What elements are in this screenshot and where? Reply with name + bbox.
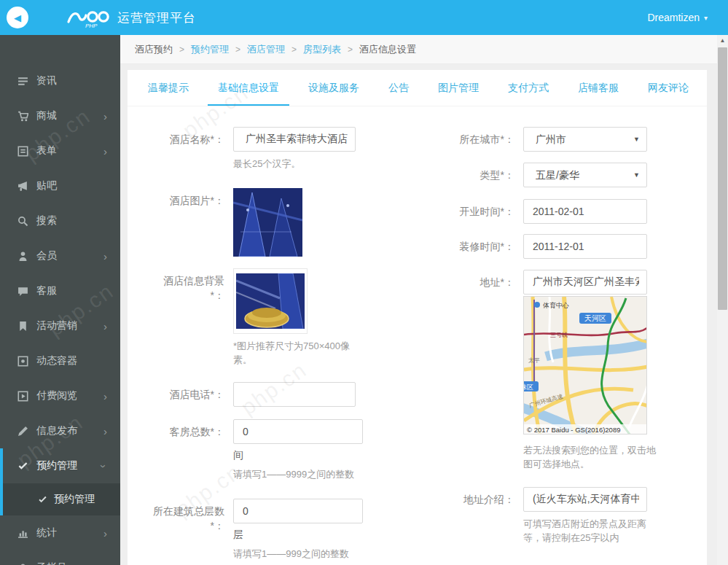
- bookmark-icon: [17, 321, 28, 332]
- list-icon: [17, 76, 28, 87]
- hotel-name-label: 酒店名称*：: [135, 127, 233, 171]
- sidebar-subitem-label: 预约管理: [54, 493, 95, 506]
- scrollbar-up-button[interactable]: ▲: [717, 35, 728, 46]
- sidebar-item-label: 统计: [36, 526, 57, 539]
- tab-comments[interactable]: 网友评论: [638, 70, 699, 106]
- sidebar-item-label: 子帐号: [36, 561, 67, 565]
- sidebar-item-stats[interactable]: 统计 ›: [0, 515, 120, 550]
- member-icon: [17, 251, 28, 262]
- tab-facilities[interactable]: 设施及服务: [298, 70, 369, 106]
- sidebar-item-label: 信息发布: [36, 424, 77, 437]
- hotel-bg-thumbnail[interactable]: [236, 273, 305, 329]
- field-phone: 酒店电话*：: [135, 382, 419, 407]
- rooms-label: 客房总数*：: [135, 419, 233, 481]
- pencil-icon: [17, 426, 28, 437]
- phone-input[interactable]: [233, 382, 356, 407]
- sidebar-item-paid-reading[interactable]: 付费阅览 ›: [0, 378, 120, 413]
- breadcrumb-separator: >: [291, 44, 297, 55]
- sidebar-item-label: 预约管理: [36, 459, 77, 472]
- caret-down-icon: ▼: [633, 128, 640, 151]
- field-hotel-name: 酒店名称*： 最长25个汉字。: [135, 127, 419, 171]
- hotel-name-hint: 最长25个汉字。: [233, 157, 356, 171]
- chevron-right-icon: ›: [103, 251, 107, 262]
- hotel-photo-thumbnail[interactable]: [233, 188, 302, 257]
- sidebar-item-label: 动态容器: [36, 354, 77, 367]
- breadcrumb: 酒店预约 > 预约管理 > 酒店管理 > 房型列表 > 酒店信息设置: [120, 35, 717, 64]
- tab-payment[interactable]: 支付方式: [498, 70, 559, 106]
- type-value: 五星/豪华: [536, 169, 579, 181]
- address-input[interactable]: [523, 270, 647, 295]
- tab-basic-info[interactable]: 基础信息设置: [208, 70, 289, 106]
- sidebar-item-label: 活动营销: [36, 319, 77, 332]
- floors-input[interactable]: [233, 499, 363, 523]
- field-renovation-date: 装修时间*：: [419, 234, 703, 259]
- scroll-up-icon: ▲: [720, 37, 726, 44]
- hotel-bg-label: 酒店信息背景*：: [135, 268, 233, 367]
- sidebar-item-container[interactable]: 动态容器: [0, 343, 120, 378]
- sidebar-item-label: 会员: [36, 249, 57, 262]
- tab-announcement[interactable]: 公告: [378, 70, 419, 106]
- map-label-poi: 体育中心: [543, 302, 569, 309]
- renovation-date-input[interactable]: [523, 234, 647, 259]
- address-intro-label: 地址介绍：: [419, 487, 523, 545]
- type-select[interactable]: 五星/豪华 ▼: [523, 163, 647, 187]
- sidebar-item-service[interactable]: 客服: [0, 273, 120, 308]
- logo-caption: PHP: [85, 23, 98, 29]
- sidebar-item-tieba[interactable]: 贴吧: [0, 168, 120, 203]
- breadcrumb-item[interactable]: 酒店管理: [247, 43, 285, 56]
- sidebar-item-news[interactable]: 资讯: [0, 63, 120, 98]
- breadcrumb-separator: >: [235, 44, 240, 55]
- user-menu[interactable]: Dreamtizen ▾: [647, 0, 708, 35]
- chevron-right-icon: ›: [103, 528, 107, 539]
- address-intro-input[interactable]: [523, 487, 647, 512]
- sidebar-item-subaccount[interactable]: 子帐号: [0, 550, 120, 565]
- hotel-name-input[interactable]: [233, 127, 356, 152]
- check-icon: [17, 461, 28, 472]
- sidebar-item-label: 商城: [36, 109, 57, 122]
- field-address: 地址*：: [419, 270, 703, 471]
- sidebar-subitem-booking[interactable]: 预约管理: [3, 483, 120, 515]
- map-note: 若无法搜索到您的位置，双击地图可选择地点。: [523, 443, 662, 471]
- map-label-left-badge: 珠区: [524, 383, 533, 391]
- sidebar-item-members[interactable]: 会员 ›: [0, 238, 120, 273]
- sidebar-item-booking[interactable]: 预约管理 ›: [3, 448, 120, 483]
- bar-chart-icon: [17, 528, 28, 539]
- sidebar-item-label: 贴吧: [36, 179, 57, 192]
- tabs-bar: 温馨提示 基础信息设置 设施及服务 公告 图片管理 支付方式 店铺客服 网友评论: [128, 70, 707, 106]
- map-label-area: 太平: [528, 357, 540, 364]
- chevron-right-icon: ›: [103, 426, 107, 437]
- scrollbar-thumb[interactable]: [718, 47, 727, 310]
- breadcrumb-item[interactable]: 预约管理: [191, 43, 229, 56]
- city-select[interactable]: 广州市 ▼: [523, 127, 647, 152]
- renovation-date-label: 装修时间*：: [419, 234, 523, 259]
- hotel-image-label: 酒店图片*：: [135, 188, 233, 257]
- sidebar-item-mall[interactable]: 商城 ›: [0, 98, 120, 133]
- sidebar-item-publishing[interactable]: 信息发布 ›: [0, 413, 120, 448]
- field-open-date: 开业时间*：: [419, 199, 703, 224]
- baidu-map[interactable]: 体育中心 天河区 三号线 太平 珠区 广州环城高速 © 2017 Baidu -: [523, 296, 647, 435]
- rooms-input[interactable]: [233, 419, 363, 444]
- sidebar-item-forms[interactable]: 表单 ›: [0, 133, 120, 168]
- tab-warm-tips[interactable]: 温馨提示: [138, 70, 199, 106]
- app-title: 运营管理平台: [117, 9, 196, 26]
- breadcrumb-item: 酒店预约: [135, 43, 173, 56]
- open-date-label: 开业时间*：: [419, 199, 523, 224]
- sidebar-item-search[interactable]: 搜索: [0, 203, 120, 238]
- hotel-bg-hint: *图片推荐尺寸为750×400像素。: [233, 339, 364, 367]
- caret-down-icon: ▼: [633, 163, 640, 187]
- open-date-input[interactable]: [523, 199, 647, 224]
- check-icon: [38, 495, 47, 504]
- field-address-intro: 地址介绍： 可填写酒店附近的景点及距离等，请控制在25字以内: [419, 487, 703, 545]
- field-type: 类型*： 五星/豪华 ▼: [419, 163, 703, 187]
- chevron-right-icon: ›: [103, 391, 107, 402]
- tab-store-service[interactable]: 店铺客服: [568, 70, 629, 106]
- back-button[interactable]: ◀: [7, 7, 28, 28]
- sidebar-item-label: 资讯: [36, 74, 57, 87]
- hotel-info-form: 酒店名称*： 最长25个汉字。 酒店图片*：: [128, 106, 707, 127]
- breadcrumb-current: 酒店信息设置: [359, 43, 416, 56]
- sidebar-item-marketing[interactable]: 活动营销 ›: [0, 308, 120, 343]
- page-scrollbar[interactable]: ▲: [717, 35, 728, 565]
- sidebar-item-label: 付费阅览: [36, 389, 77, 402]
- tab-image-management[interactable]: 图片管理: [428, 70, 489, 106]
- breadcrumb-item[interactable]: 房型列表: [303, 43, 341, 56]
